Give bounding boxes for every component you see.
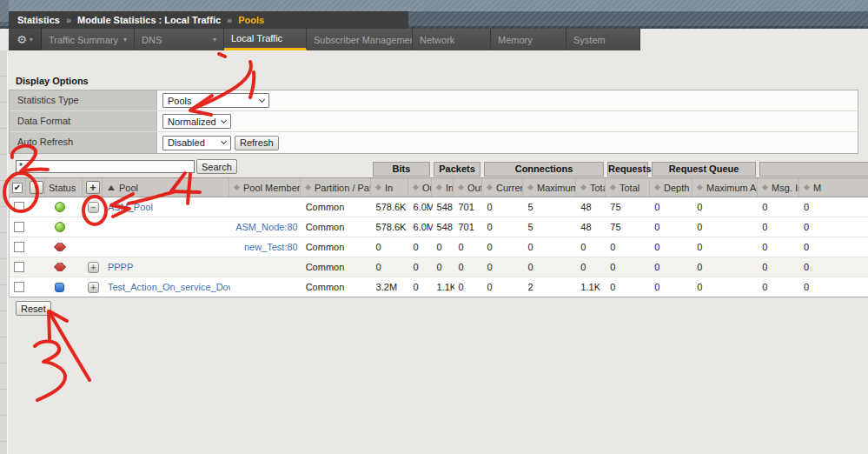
- queue-depth-cell: 0: [650, 282, 692, 292]
- partition-cell: Common: [301, 282, 372, 292]
- tab-traffic-summary[interactable]: Traffic Summary ▾: [42, 29, 135, 50]
- column-header-pool[interactable]: Pool: [103, 178, 229, 197]
- breadcrumb-section: Statistics: [17, 15, 60, 25]
- requests-total-cell: 0: [606, 242, 650, 252]
- row-checkbox[interactable]: [14, 222, 24, 232]
- column-header-msg-in[interactable]: Msg. In: [758, 178, 799, 197]
- requests-total-cell: 0: [606, 262, 650, 272]
- table-row: + Test_Action_On_service_Down Common 3.2…: [10, 277, 868, 297]
- pool-link[interactable]: ASM_Pool: [108, 202, 153, 212]
- packets-out-cell: 701: [454, 222, 483, 232]
- sort-icon: [487, 184, 493, 190]
- column-header-connections-current[interactable]: Current: [482, 178, 523, 197]
- bits-out-cell: 0: [409, 242, 433, 252]
- connections-current-cell: 0: [482, 262, 523, 272]
- queue-maximum-age-cell: 0: [692, 202, 758, 212]
- packets-out-cell: 701: [454, 202, 483, 212]
- column-header-partition[interactable]: Partition / Path: [301, 178, 371, 197]
- row-checkbox[interactable]: [14, 282, 24, 292]
- pool-link[interactable]: PPPP: [108, 262, 133, 272]
- select-all-checkbox[interactable]: [12, 183, 23, 193]
- group-header-request-queue: Request Queue: [652, 162, 756, 177]
- pool-link[interactable]: Test_Action_On_service_Down: [108, 282, 230, 292]
- auto-refresh-select[interactable]: Disabled: [162, 136, 231, 150]
- queue-depth-cell: 0: [650, 222, 692, 232]
- group-header-bits: Bits: [373, 162, 430, 177]
- chevron-down-icon: [221, 117, 227, 123]
- connections-total-cell: 1.1K: [576, 282, 606, 292]
- row-checkbox[interactable]: [14, 242, 24, 252]
- column-header-msg-out[interactable]: M: [799, 178, 868, 197]
- collapse-pool-button[interactable]: −: [88, 202, 99, 213]
- expand-all-button[interactable]: +: [86, 181, 100, 194]
- packets-in-cell: 1.1K: [433, 282, 454, 292]
- column-header-packets-in[interactable]: In: [432, 178, 454, 197]
- msg-out-cell: 0: [799, 202, 868, 212]
- annotation-arrow-to-pools: [219, 54, 225, 57]
- options-menu-button[interactable]: ⚙ ▾: [9, 29, 42, 50]
- group-header-packets: Packets: [434, 162, 480, 177]
- tab-network[interactable]: Network: [413, 29, 491, 50]
- tab-dns[interactable]: DNS ▾: [135, 29, 224, 50]
- breadcrumb-current: Pools: [238, 15, 264, 25]
- packets-out-cell: 0: [454, 282, 483, 292]
- column-header-requests-total[interactable]: Total: [606, 178, 650, 197]
- column-header-packets-out[interactable]: Out: [454, 178, 482, 197]
- statistics-type-select[interactable]: Pools: [162, 93, 269, 108]
- msg-in-cell: 0: [758, 262, 799, 272]
- status-icon: [54, 263, 66, 271]
- sort-icon: [375, 184, 381, 190]
- column-header-connections-total[interactable]: Total: [576, 178, 606, 197]
- gear-icon: ⚙: [17, 34, 27, 45]
- connections-current-cell: 0: [482, 282, 523, 292]
- column-header-connections-maximum[interactable]: Maximum: [523, 178, 576, 197]
- sort-ascending-icon: [108, 185, 115, 190]
- f5-statistics-page: Statistics » Module Statistics : Local T…: [0, 0, 868, 454]
- row-checkbox[interactable]: [14, 262, 24, 272]
- column-header-status[interactable]: Status: [45, 178, 83, 197]
- bits-in-cell: 0: [372, 242, 409, 252]
- sort-icon: [413, 184, 419, 190]
- expand-pool-button[interactable]: +: [88, 282, 99, 293]
- tab-system[interactable]: System: [567, 29, 640, 50]
- packets-in-cell: 548: [433, 202, 454, 212]
- column-header-bits-in[interactable]: In: [371, 178, 408, 197]
- connections-maximum-cell: 5: [523, 222, 576, 232]
- sort-icon: [654, 184, 660, 190]
- column-header-queue-depth[interactable]: Depth: [650, 178, 692, 197]
- connections-total-cell: 48: [576, 202, 606, 212]
- status-icon: [55, 222, 65, 232]
- column-header-queue-maximum-age[interactable]: Maximum Age: [692, 178, 758, 197]
- connections-current-cell: 0: [482, 222, 523, 232]
- msg-out-cell: 0: [799, 262, 868, 272]
- queue-maximum-age-cell: 0: [692, 222, 758, 232]
- connections-maximum-cell: 0: [523, 262, 576, 272]
- reset-button[interactable]: Reset: [16, 301, 51, 316]
- pool-member-link[interactable]: new_Test:80: [244, 242, 298, 252]
- pool-member-link[interactable]: ASM_Node:80: [235, 222, 298, 232]
- tab-subscriber-management[interactable]: Subscriber Management: [307, 29, 413, 50]
- annotation-arrowhead: [50, 311, 67, 321]
- row-checkbox[interactable]: [14, 202, 24, 212]
- bits-in-cell: 3.2M: [372, 282, 409, 292]
- select-menu-button[interactable]: ▼: [30, 181, 43, 194]
- refresh-button[interactable]: Refresh: [235, 136, 279, 150]
- partition-cell: Common: [301, 222, 372, 232]
- chevron-down-icon: ▾: [208, 36, 216, 43]
- column-header-pool-member[interactable]: Pool Member: [229, 178, 301, 197]
- data-format-select[interactable]: Normalized: [162, 114, 231, 129]
- requests-total-cell: 75: [606, 202, 650, 212]
- expand-pool-button[interactable]: +: [88, 262, 99, 273]
- queue-depth-cell: 0: [650, 242, 692, 252]
- annotation-arrow-to-reset: [50, 312, 89, 380]
- connections-total-cell: 0: [576, 242, 606, 252]
- column-header-bits-out[interactable]: Out: [408, 178, 432, 197]
- breadcrumb: Statistics » Module Statistics : Local T…: [9, 11, 408, 29]
- sort-icon: [458, 184, 464, 190]
- bits-in-cell: 0: [372, 262, 409, 272]
- pool-statistics-table: Bits Packets Connections Requests Reques…: [9, 162, 868, 297]
- tab-local-traffic[interactable]: Local Traffic: [224, 29, 307, 50]
- status-icon: [55, 283, 64, 292]
- tab-memory[interactable]: Memory: [491, 29, 567, 50]
- table-row: + PPPP Common 0 0 0 0 0 0 0 0 0 0 0 0: [10, 257, 868, 277]
